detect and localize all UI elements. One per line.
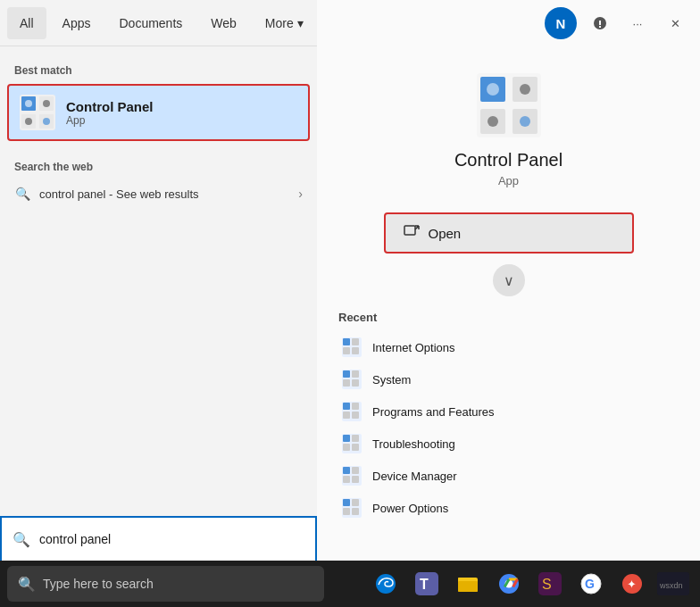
tab-web[interactable]: Web: [198, 7, 249, 39]
recent-item-label: Troubleshooting: [372, 437, 455, 451]
svg-point-7: [25, 118, 32, 125]
open-label: Open: [429, 226, 462, 241]
svg-rect-32: [343, 412, 350, 419]
open-button[interactable]: Open: [384, 212, 634, 254]
web-search-text: control panel - See web results: [39, 187, 199, 201]
tab-more[interactable]: More ▾: [253, 7, 316, 39]
search-panel: All Apps Documents Web More ▾ Best match: [0, 0, 700, 562]
tab-all[interactable]: All: [7, 7, 46, 39]
web-search-section: Search the web 🔍 control panel - See web…: [0, 143, 317, 212]
svg-point-8: [43, 118, 50, 125]
web-search-item[interactable]: 🔍 control panel - See web results ›: [0, 179, 317, 209]
recent-item-label: Power Options: [372, 502, 448, 515]
taskbar-search-box[interactable]: 🔍 Type here to search: [7, 566, 324, 602]
recent-item-label: Device Manager: [372, 470, 457, 483]
svg-point-17: [520, 116, 530, 127]
taskbar: 🔍 Type here to search T: [0, 561, 700, 607]
left-content: Best match: [0, 46, 317, 562]
recent-item-power-options[interactable]: Power Options: [338, 492, 679, 524]
svg-text:wsxdn: wsxdn: [659, 581, 683, 590]
recent-item-troubleshooting[interactable]: Troubleshooting: [338, 428, 679, 460]
best-match-item[interactable]: Control Panel App: [7, 84, 310, 141]
system-icon: [342, 370, 362, 389]
svg-rect-33: [352, 412, 359, 419]
web-search-suffix: - See web results: [105, 187, 198, 201]
recent-item-label: Programs and Features: [372, 405, 495, 419]
taskbar-chrome-icon[interactable]: [489, 564, 529, 603]
window-controls: N ··· ✕: [545, 0, 700, 46]
svg-rect-35: [343, 435, 350, 442]
feedback-button[interactable]: [582, 7, 618, 39]
svg-point-15: [520, 84, 530, 95]
tab-documents[interactable]: Documents: [106, 7, 195, 39]
svg-text:T: T: [420, 577, 429, 592]
svg-rect-53: [458, 581, 478, 592]
chevron-down-icon: ∨: [504, 272, 514, 289]
svg-rect-43: [352, 476, 359, 483]
recent-section: Recent Internet Options: [317, 311, 700, 524]
taskbar-explorer-icon[interactable]: [448, 564, 488, 603]
best-match-info: Control Panel App: [66, 99, 154, 127]
svg-rect-26: [352, 370, 359, 378]
svg-text:G: G: [585, 577, 595, 591]
svg-rect-40: [343, 467, 350, 474]
right-app-type: App: [498, 174, 519, 187]
taskbar-edge-icon[interactable]: [366, 564, 405, 603]
taskbar-watermark: wsxdn: [654, 564, 693, 603]
expand-button[interactable]: ∨: [493, 264, 525, 296]
left-panel: All Apps Documents Web More ▾ Best match: [0, 0, 317, 562]
chevron-down-icon: ▾: [297, 16, 304, 30]
taskbar-skype-icon[interactable]: ✦: [612, 564, 652, 603]
recent-label: Recent: [338, 311, 679, 324]
right-panel: N ··· ✕ Control Panel App: [317, 0, 700, 562]
best-match-label: Best match: [0, 61, 317, 82]
svg-rect-54: [458, 578, 467, 581]
user-avatar[interactable]: N: [545, 7, 577, 39]
svg-text:S: S: [542, 577, 552, 592]
search-input[interactable]: [39, 532, 304, 546]
web-search-label: Search the web: [0, 157, 317, 179]
svg-rect-38: [352, 444, 359, 451]
svg-rect-20: [343, 338, 350, 345]
svg-rect-37: [343, 444, 350, 451]
power-options-icon: [342, 498, 362, 518]
taskbar-teams-icon[interactable]: T: [407, 564, 446, 603]
search-bar[interactable]: 🔍: [0, 516, 317, 562]
search-bar-icon: 🔍: [12, 531, 30, 548]
search-circle-icon: 🔍: [14, 186, 30, 202]
svg-rect-36: [352, 435, 359, 442]
svg-point-16: [488, 116, 498, 127]
taskbar-icons: T S: [366, 564, 693, 603]
chevron-right-icon: ›: [298, 187, 303, 201]
svg-rect-45: [343, 499, 350, 506]
device-manager-icon: [342, 466, 362, 486]
taskbar-search-icon: 🔍: [18, 576, 36, 593]
svg-rect-21: [352, 338, 359, 345]
svg-point-14: [487, 83, 499, 96]
svg-point-5: [25, 100, 32, 107]
taskbar-search-text: Type here to search: [43, 577, 154, 591]
tab-apps[interactable]: Apps: [50, 7, 104, 39]
open-icon: [404, 223, 420, 243]
svg-rect-42: [343, 476, 350, 483]
svg-rect-30: [343, 403, 350, 410]
taskbar-google-icon[interactable]: G: [571, 564, 611, 603]
recent-item-internet-options[interactable]: Internet Options: [338, 331, 679, 363]
control-panel-medium-icon: [20, 95, 55, 130]
troubleshooting-icon: [342, 434, 362, 453]
recent-item-programs[interactable]: Programs and Features: [338, 395, 679, 428]
taskbar-slack-icon[interactable]: S: [530, 564, 570, 603]
svg-rect-25: [343, 370, 350, 378]
programs-icon: [342, 402, 362, 421]
tabs-bar: All Apps Documents Web More ▾: [0, 0, 317, 46]
right-app-name: Control Panel: [454, 150, 562, 170]
best-match-title: Control Panel: [66, 99, 154, 114]
internet-options-icon: [342, 337, 362, 357]
svg-rect-23: [352, 347, 359, 354]
recent-item-system[interactable]: System: [338, 363, 679, 395]
recent-item-device-manager[interactable]: Device Manager: [338, 460, 679, 492]
svg-rect-18: [404, 226, 415, 235]
close-button[interactable]: ✕: [657, 7, 693, 39]
svg-rect-41: [352, 467, 359, 474]
more-options-button[interactable]: ···: [620, 7, 655, 39]
